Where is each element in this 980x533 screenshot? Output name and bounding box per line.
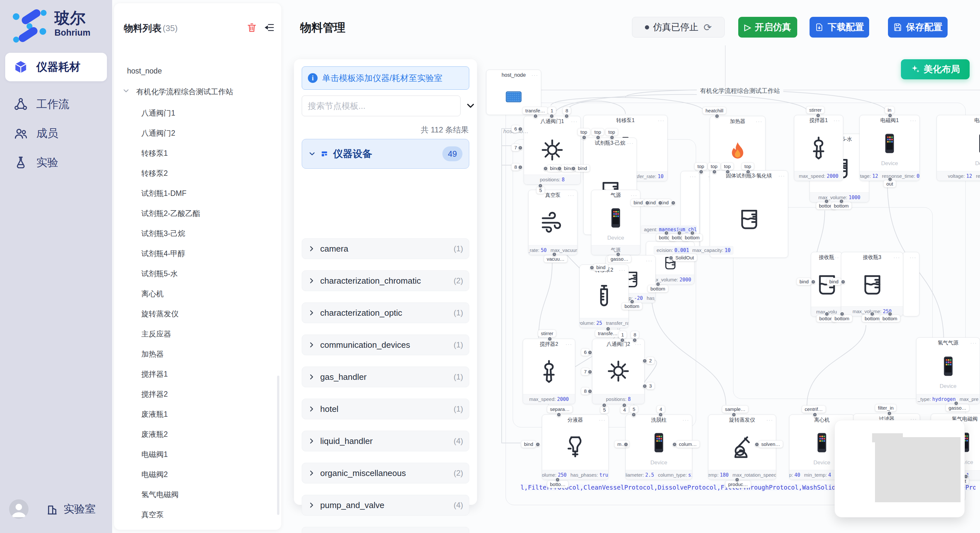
tree-item[interactable]: 主反应器 xyxy=(114,328,281,339)
tree-item[interactable]: 旋转蒸发仪 xyxy=(114,308,281,319)
port-dot[interactable]: › xyxy=(538,183,543,188)
port-dot[interactable]: › xyxy=(642,384,647,389)
category-pump_and_valve[interactable]: pump_and_valve (4) xyxy=(302,495,469,516)
port-dot[interactable]: › xyxy=(518,145,523,150)
port-dot[interactable]: › xyxy=(954,401,959,406)
port-dot[interactable]: › xyxy=(888,311,892,316)
port-dot[interactable]: › xyxy=(888,113,892,118)
port-dot[interactable]: › xyxy=(725,169,730,174)
port-dot[interactable]: › xyxy=(587,370,592,374)
tree-item[interactable]: 废液瓶1 xyxy=(114,409,281,420)
port-dot[interactable]: › xyxy=(557,412,561,417)
collapse-tree-icon[interactable] xyxy=(264,22,275,33)
category-camera[interactable]: camera (1) xyxy=(302,238,469,259)
node-menu-icon[interactable]: ··· xyxy=(531,70,538,80)
port-dot[interactable]: › xyxy=(571,166,576,171)
node-menu-icon[interactable]: ··· xyxy=(646,255,653,266)
port-dot[interactable]: › xyxy=(664,230,669,235)
graph-node[interactable]: 八通阀门1···positions: 8 xyxy=(524,116,581,185)
port-dot[interactable]: › xyxy=(518,165,523,170)
port-dot[interactable]: › xyxy=(549,114,554,119)
port-dot[interactable]: › xyxy=(813,412,817,417)
start-simulation-button[interactable]: ▷ 开启仿真 xyxy=(738,17,797,38)
port-dot[interactable]: › xyxy=(658,412,663,417)
port-dot[interactable]: › xyxy=(887,411,892,416)
download-config-button[interactable]: 下载配置 xyxy=(810,17,869,38)
tree-item[interactable]: 八通阀门1 xyxy=(114,108,281,119)
graph-node[interactable]: 氢气气源···Device_type: hydrogenmax_pre xyxy=(916,338,980,404)
port-dot[interactable]: › xyxy=(631,412,636,417)
port-dot[interactable]: › xyxy=(622,403,627,408)
port-dot[interactable]: › xyxy=(609,135,614,140)
graph-node[interactable]: ··· xyxy=(902,252,920,316)
graph-node[interactable]: 搅拌器1···max_speed: 2000 xyxy=(794,115,843,181)
avatar[interactable] xyxy=(9,499,29,519)
node-menu-icon[interactable]: ··· xyxy=(658,115,665,125)
node-menu-icon[interactable]: ··· xyxy=(571,116,578,127)
tree-group[interactable]: 有机化学流程综合测试工作站 xyxy=(114,86,281,97)
port-dot[interactable]: › xyxy=(645,200,650,205)
port-dot[interactable]: › xyxy=(632,338,637,343)
port-dot[interactable]: › xyxy=(811,279,816,284)
scrollbar[interactable] xyxy=(277,376,279,515)
port-dot[interactable]: › xyxy=(616,252,620,257)
node-menu-icon[interactable]: ··· xyxy=(619,265,626,275)
tree-item[interactable]: 试剂瓶1-DMF xyxy=(114,188,281,199)
graph-node[interactable]: 搅拌器2···max_speed: 2000 xyxy=(523,339,575,404)
tree-item-root[interactable]: host_node xyxy=(114,65,281,76)
tree-item[interactable]: 加热器 xyxy=(114,348,281,359)
port-dot[interactable]: › xyxy=(840,311,845,316)
tree-item[interactable]: 八通阀门2 xyxy=(114,128,281,139)
graph-node[interactable]: 接收瓶3···max_volume: 250 xyxy=(841,252,903,316)
port-dot[interactable]: › xyxy=(754,442,759,447)
graph-node[interactable]: 真空泵···pump_rate: 50max_vacuum: 0.1 xyxy=(528,190,578,255)
port-dot[interactable]: › xyxy=(547,336,552,341)
port-dot[interactable]: › xyxy=(672,442,677,447)
chevron-down-icon[interactable] xyxy=(123,86,131,97)
node-menu-icon[interactable]: ··· xyxy=(778,171,785,181)
port-dot[interactable]: › xyxy=(699,169,703,174)
port-dot[interactable]: › xyxy=(714,114,719,119)
graph-node[interactable]: 电磁阀1···Devicevoltage: 12response_time: 0… xyxy=(859,115,920,181)
port-dot[interactable]: › xyxy=(671,200,676,205)
graph-node[interactable]: 分液器···volume: 250has_phases: true xyxy=(542,414,609,480)
port-dot[interactable]: › xyxy=(746,169,751,174)
tree-item[interactable]: 电磁阀1 xyxy=(114,449,281,460)
category-instruments[interactable]: 仪器设备 49 xyxy=(302,139,469,169)
sidebar-item-experiments[interactable]: 实验 xyxy=(5,148,107,177)
port-dot[interactable]: › xyxy=(587,350,592,355)
save-config-button[interactable]: 保存配置 xyxy=(888,17,948,38)
port-dot[interactable]: › xyxy=(668,255,673,260)
graph-node[interactable]: 转移泵2···max_volume: 25transfer_rate: 10 xyxy=(579,265,629,328)
category-gas_handler[interactable]: gas_handler (1) xyxy=(302,366,469,387)
port-dot[interactable]: › xyxy=(839,199,844,204)
beautify-layout-button[interactable]: 美化布局 xyxy=(901,59,970,79)
search-template-input[interactable] xyxy=(302,95,460,116)
tree-item[interactable]: 试剂瓶4-甲醇 xyxy=(114,248,281,259)
node-menu-icon[interactable]: ··· xyxy=(910,115,917,125)
port-dot[interactable]: › xyxy=(533,114,538,119)
graph-node[interactable]: 固体试剂瓶3-氯化镁··· xyxy=(710,170,788,258)
category-liquid_handler[interactable]: liquid_handler (4) xyxy=(302,431,469,451)
tree-item[interactable]: 试剂瓶5-水 xyxy=(114,268,281,279)
delete-icon[interactable] xyxy=(246,22,257,33)
port-dot[interactable]: › xyxy=(841,279,845,284)
port-dot[interactable]: › xyxy=(535,442,540,447)
port-dot[interactable]: › xyxy=(602,403,607,408)
port-dot[interactable]: › xyxy=(824,311,829,316)
port-dot[interactable]: › xyxy=(596,135,600,140)
port-dot[interactable]: › xyxy=(624,442,628,447)
sidebar-item-instruments[interactable]: 仪器耗材 xyxy=(5,53,107,81)
port-dot[interactable]: › xyxy=(630,299,635,304)
category-communication_devices[interactable]: communication_devices (1) xyxy=(302,335,469,355)
tree-item[interactable]: 搅拌器1 xyxy=(114,368,281,379)
category-characterization_optic[interactable]: characterization_optic (1) xyxy=(302,303,469,323)
category-robot_agv[interactable]: robot_agv (1) xyxy=(302,527,469,533)
tree-item[interactable]: 转移泵2 xyxy=(114,168,281,179)
minimap[interactable] xyxy=(835,420,965,517)
node-menu-icon[interactable]: ··· xyxy=(832,252,839,263)
port-dot[interactable]: › xyxy=(735,477,740,482)
port-dot[interactable]: › xyxy=(824,199,829,204)
port-dot[interactable]: › xyxy=(590,265,594,270)
port-dot[interactable]: › xyxy=(518,127,523,132)
